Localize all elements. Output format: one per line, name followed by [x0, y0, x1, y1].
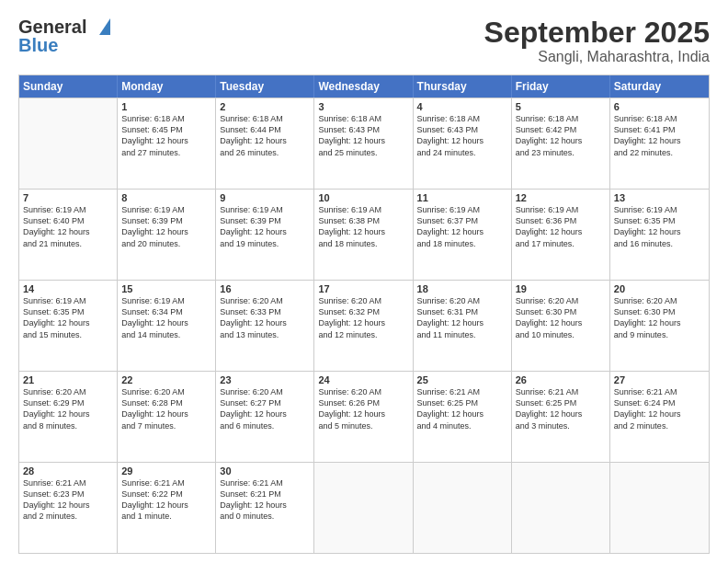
calendar-cell: 9Sunrise: 6:19 AM Sunset: 6:39 PM Daylig…: [216, 190, 314, 280]
day-info: Sunrise: 6:20 AM Sunset: 6:29 PM Dayligh…: [23, 386, 113, 431]
day-number: 16: [220, 283, 310, 294]
day-number: 7: [23, 192, 113, 203]
day-info: Sunrise: 6:19 AM Sunset: 6:37 PM Dayligh…: [417, 204, 507, 249]
header-day-sunday: Sunday: [19, 75, 118, 98]
day-info: Sunrise: 6:20 AM Sunset: 6:31 PM Dayligh…: [417, 295, 507, 340]
day-number: 18: [417, 283, 507, 294]
day-info: Sunrise: 6:19 AM Sunset: 6:36 PM Dayligh…: [516, 204, 606, 249]
sub-title: Sangli, Maharashtra, India: [484, 49, 710, 65]
day-info: Sunrise: 6:18 AM Sunset: 6:43 PM Dayligh…: [318, 113, 408, 158]
day-number: 2: [220, 101, 310, 112]
calendar-cell: 6Sunrise: 6:18 AM Sunset: 6:41 PM Daylig…: [610, 98, 709, 189]
header-day-monday: Monday: [118, 75, 216, 98]
day-info: Sunrise: 6:19 AM Sunset: 6:35 PM Dayligh…: [614, 204, 705, 249]
day-number: 19: [516, 283, 606, 294]
day-info: Sunrise: 6:21 AM Sunset: 6:22 PM Dayligh…: [121, 477, 211, 523]
calendar-cell: 25Sunrise: 6:21 AM Sunset: 6:25 PM Dayli…: [414, 372, 512, 462]
day-number: 27: [614, 374, 705, 385]
day-number: 3: [318, 101, 408, 112]
day-info: Sunrise: 6:18 AM Sunset: 6:41 PM Dayligh…: [614, 113, 705, 158]
day-info: Sunrise: 6:19 AM Sunset: 6:40 PM Dayligh…: [23, 204, 113, 249]
calendar-cell: 15Sunrise: 6:19 AM Sunset: 6:34 PM Dayli…: [118, 281, 216, 371]
day-number: 6: [614, 101, 705, 112]
calendar-cell: [610, 463, 709, 553]
calendar-cell: [512, 463, 610, 553]
day-number: 26: [516, 374, 606, 385]
page: General Blue September 2025 Sangli, Maha…: [0, 0, 728, 563]
calendar-cell: 29Sunrise: 6:21 AM Sunset: 6:22 PM Dayli…: [118, 463, 216, 553]
logo-blue-text: Blue: [18, 35, 58, 56]
day-info: Sunrise: 6:21 AM Sunset: 6:23 PM Dayligh…: [23, 477, 113, 523]
calendar-cell: 21Sunrise: 6:20 AM Sunset: 6:29 PM Dayli…: [19, 372, 118, 462]
calendar-row-1: 7Sunrise: 6:19 AM Sunset: 6:40 PM Daylig…: [19, 189, 709, 280]
calendar-cell: 4Sunrise: 6:18 AM Sunset: 6:43 PM Daylig…: [414, 98, 512, 189]
day-number: 28: [23, 465, 113, 477]
day-number: 30: [220, 465, 310, 477]
calendar-cell: [19, 98, 118, 189]
day-info: Sunrise: 6:19 AM Sunset: 6:38 PM Dayligh…: [318, 204, 408, 249]
header: General Blue September 2025 Sangli, Maha…: [18, 17, 710, 65]
day-info: Sunrise: 6:18 AM Sunset: 6:42 PM Dayligh…: [516, 113, 606, 158]
title-section: September 2025 Sangli, Maharashtra, Indi…: [484, 17, 710, 65]
calendar-cell: 12Sunrise: 6:19 AM Sunset: 6:36 PM Dayli…: [512, 190, 610, 280]
day-info: Sunrise: 6:19 AM Sunset: 6:35 PM Dayligh…: [23, 295, 113, 340]
calendar-cell: 10Sunrise: 6:19 AM Sunset: 6:38 PM Dayli…: [314, 190, 413, 280]
day-info: Sunrise: 6:20 AM Sunset: 6:30 PM Dayligh…: [614, 295, 705, 340]
calendar-cell: 24Sunrise: 6:20 AM Sunset: 6:26 PM Dayli…: [314, 372, 413, 462]
day-info: Sunrise: 6:20 AM Sunset: 6:26 PM Dayligh…: [318, 386, 408, 431]
calendar-cell: 8Sunrise: 6:19 AM Sunset: 6:39 PM Daylig…: [118, 190, 216, 280]
calendar-cell: 18Sunrise: 6:20 AM Sunset: 6:31 PM Dayli…: [414, 281, 512, 371]
day-number: 5: [516, 101, 606, 112]
day-info: Sunrise: 6:20 AM Sunset: 6:32 PM Dayligh…: [318, 295, 408, 340]
day-info: Sunrise: 6:20 AM Sunset: 6:27 PM Dayligh…: [220, 386, 310, 431]
calendar-cell: 17Sunrise: 6:20 AM Sunset: 6:32 PM Dayli…: [314, 281, 413, 371]
calendar-row-2: 14Sunrise: 6:19 AM Sunset: 6:35 PM Dayli…: [19, 280, 709, 371]
day-number: 13: [614, 192, 705, 203]
calendar-cell: 2Sunrise: 6:18 AM Sunset: 6:44 PM Daylig…: [216, 98, 314, 189]
calendar-cell: 26Sunrise: 6:21 AM Sunset: 6:25 PM Dayli…: [512, 372, 610, 462]
day-number: 17: [318, 283, 408, 294]
calendar-cell: 19Sunrise: 6:20 AM Sunset: 6:30 PM Dayli…: [512, 281, 610, 371]
calendar-cell: 23Sunrise: 6:20 AM Sunset: 6:27 PM Dayli…: [216, 372, 314, 462]
calendar-cell: 28Sunrise: 6:21 AM Sunset: 6:23 PM Dayli…: [19, 463, 118, 553]
day-number: 4: [417, 101, 507, 112]
day-number: 15: [121, 283, 211, 294]
calendar-cell: [414, 463, 512, 553]
header-day-tuesday: Tuesday: [216, 75, 314, 98]
calendar-cell: 14Sunrise: 6:19 AM Sunset: 6:35 PM Dayli…: [19, 281, 118, 371]
day-info: Sunrise: 6:20 AM Sunset: 6:28 PM Dayligh…: [121, 386, 211, 431]
day-info: Sunrise: 6:18 AM Sunset: 6:45 PM Dayligh…: [121, 113, 211, 158]
calendar-row-0: 1Sunrise: 6:18 AM Sunset: 6:45 PM Daylig…: [19, 98, 709, 189]
day-number: 24: [318, 374, 408, 385]
day-info: Sunrise: 6:19 AM Sunset: 6:34 PM Dayligh…: [121, 295, 211, 340]
calendar-cell: 7Sunrise: 6:19 AM Sunset: 6:40 PM Daylig…: [19, 190, 118, 280]
day-number: 29: [121, 465, 211, 477]
calendar-cell: 30Sunrise: 6:21 AM Sunset: 6:21 PM Dayli…: [216, 463, 314, 553]
calendar-cell: 11Sunrise: 6:19 AM Sunset: 6:37 PM Dayli…: [414, 190, 512, 280]
calendar-cell: 13Sunrise: 6:19 AM Sunset: 6:35 PM Dayli…: [610, 190, 709, 280]
calendar-row-3: 21Sunrise: 6:20 AM Sunset: 6:29 PM Dayli…: [19, 371, 709, 462]
calendar-cell: 16Sunrise: 6:20 AM Sunset: 6:33 PM Dayli…: [216, 281, 314, 371]
calendar-cell: 20Sunrise: 6:20 AM Sunset: 6:30 PM Dayli…: [610, 281, 709, 371]
calendar-row-4: 28Sunrise: 6:21 AM Sunset: 6:23 PM Dayli…: [19, 462, 709, 553]
calendar-cell: [314, 463, 413, 553]
day-info: Sunrise: 6:20 AM Sunset: 6:33 PM Dayligh…: [220, 295, 310, 340]
day-number: 14: [23, 283, 113, 294]
day-number: 1: [121, 101, 211, 112]
calendar-cell: 1Sunrise: 6:18 AM Sunset: 6:45 PM Daylig…: [118, 98, 216, 189]
day-info: Sunrise: 6:21 AM Sunset: 6:24 PM Dayligh…: [614, 386, 705, 431]
day-info: Sunrise: 6:19 AM Sunset: 6:39 PM Dayligh…: [220, 204, 310, 249]
day-number: 21: [23, 374, 113, 385]
day-number: 23: [220, 374, 310, 385]
calendar-body: 1Sunrise: 6:18 AM Sunset: 6:45 PM Daylig…: [19, 98, 709, 553]
day-number: 11: [417, 192, 507, 203]
calendar: SundayMondayTuesdayWednesdayThursdayFrid…: [18, 75, 710, 554]
calendar-header: SundayMondayTuesdayWednesdayThursdayFrid…: [19, 75, 709, 98]
logo-shape-icon: [99, 18, 110, 35]
header-day-friday: Friday: [512, 75, 610, 98]
day-info: Sunrise: 6:18 AM Sunset: 6:44 PM Dayligh…: [220, 113, 310, 158]
logo: General Blue: [18, 17, 101, 58]
day-info: Sunrise: 6:21 AM Sunset: 6:21 PM Dayligh…: [220, 477, 310, 523]
day-number: 22: [121, 374, 211, 385]
day-number: 25: [417, 374, 507, 385]
